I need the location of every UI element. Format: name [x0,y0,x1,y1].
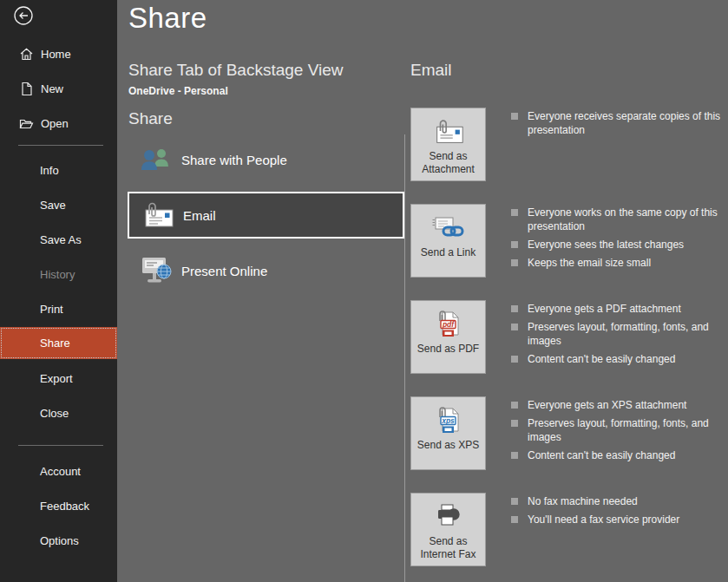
new-document-icon [19,82,34,96]
send-as-pdf-bullets: Everyone gets a PDF attachment Preserves… [511,302,728,370]
share-with-people-icon [138,143,174,176]
email-panel-heading: Email [410,61,452,80]
send-as-xps-bullets: Everyone gets an XPS attachment Preserve… [511,398,728,467]
sidebar-item-label: Export [40,372,73,385]
sidebar-item-save[interactable]: Save [0,194,117,215]
sidebar-item-export[interactable]: Export [0,368,117,389]
send-attachment-icon [431,116,466,147]
send-pdf-icon: pdf [433,309,464,340]
sidebar-item-label: Save As [40,233,82,246]
bullet-item: No fax machine needed [511,494,728,508]
option-share-with-people[interactable]: Share with People [128,141,404,179]
sidebar-item-label: Close [40,407,69,420]
sidebar-item-label: Print [40,303,63,316]
option-email[interactable]: Email [128,192,404,239]
main-content: Share Share Tab of Backstage View OneDri… [117,0,728,582]
bullet-square-icon [511,113,518,120]
sidebar-item-home[interactable]: Home [0,43,117,64]
send-link-icon [431,213,466,244]
present-online-icon [138,254,174,287]
send-fax-icon [433,501,464,533]
bullet-square-icon [511,420,518,427]
sidebar-item-info[interactable]: Info [0,160,117,180]
option-present-online[interactable]: Present Online [128,252,404,290]
bullet-square-icon [511,516,518,523]
sidebar-item-close[interactable]: Close [0,402,117,423]
sidebar-item-save-as[interactable]: Save As [0,229,117,250]
send-as-attachment-bullets: Everyone receives separate copies of thi… [511,109,728,141]
sidebar-item-label: Open [41,117,69,130]
sidebar-item-label: Options [40,534,79,547]
bullet-item: You'll need a fax service provider [511,513,728,526]
sidebar-item-feedback[interactable]: Feedback [0,495,117,516]
bullet-item: Content can't be easily changed [511,352,728,366]
bullet-item: Preserves layout, formatting, fonts, and… [511,416,728,444]
bullet-item: Everyone works on the same copy of this … [511,206,728,233]
bullet-item: Everyone gets an XPS attachment [511,398,728,412]
send-as-internet-fax-button[interactable]: Send as Internet Fax [410,493,486,566]
bullet-square-icon [511,241,518,248]
send-as-xps-button[interactable]: xps Send as XPS [410,396,486,470]
bullet-square-icon [511,498,518,505]
bullet-square-icon [511,324,518,330]
send-xps-icon: xps [433,405,464,436]
sidebar-item-label: Feedback [40,500,89,513]
bullet-square-icon [511,452,518,459]
sidebar: Home New Open Info Save S [0,0,117,582]
send-as-pdf-button[interactable]: pdf Send as PDF [410,300,486,374]
bullet-item: Everyone gets a PDF attachment [511,302,728,316]
sidebar-item-label: Info [40,164,59,177]
open-folder-icon [19,116,34,131]
sidebar-item-open[interactable]: Open [0,113,117,134]
sidebar-item-account[interactable]: Account [0,461,117,481]
sidebar-item-label: New [41,82,63,95]
option-label: Share with People [181,153,287,167]
sidebar-item-label: Account [40,465,81,478]
document-title: Share Tab of Backstage View [128,61,344,80]
action-button-label: Send a Link [416,246,481,259]
bullet-square-icon [511,402,518,409]
bullet-square-icon [511,259,518,266]
bullet-item: Keeps the email size small [511,256,728,270]
send-a-link-bullets: Everyone works on the same copy of this … [511,206,728,274]
action-button-label: Send as Internet Fax [411,535,485,561]
sidebar-item-label: Save [40,199,66,212]
send-a-link-button[interactable]: Send a Link [410,204,486,278]
backstage-view: Home New Open Info Save S [0,0,728,582]
svg-text:pdf: pdf [441,320,454,329]
bullet-square-icon [511,209,518,216]
sidebar-item-options[interactable]: Options [0,530,117,551]
option-label: Email [183,208,216,223]
back-arrow-icon [13,5,34,26]
bullet-square-icon [511,305,518,312]
sidebar-item-new[interactable]: New [0,78,117,99]
document-location: OneDrive - Personal [128,85,228,97]
bullet-item: Everyone sees the latest changes [511,238,728,252]
sidebar-divider [18,145,103,146]
page-title: Share [128,2,207,35]
bullet-item: Content can't be easily changed [511,448,728,462]
bullet-square-icon [511,356,518,363]
sidebar-item-label: History [40,268,75,281]
sidebar-item-print[interactable]: Print [0,298,117,319]
send-as-attachment-button[interactable]: Send as Attachment [410,108,486,181]
back-button[interactable] [13,5,34,26]
home-icon [19,47,34,62]
option-label: Present Online [181,264,267,278]
sidebar-divider [18,445,103,446]
sidebar-item-share[interactable]: Share [0,327,117,359]
vertical-divider [404,134,405,582]
bullet-item: Everyone receives separate copies of thi… [511,109,728,137]
sidebar-item-label: Home [41,48,71,61]
send-as-internet-fax-bullets: No fax machine needed You'll need a fax … [511,494,728,531]
sidebar-item-label: Share [40,337,70,350]
action-button-label: Send as PDF [412,343,484,356]
action-button-label: Send as Attachment [411,150,485,176]
share-section-heading: Share [128,109,173,128]
action-button-label: Send as XPS [412,439,484,452]
svg-text:xps: xps [441,416,455,425]
sidebar-item-history: History [0,264,117,284]
bullet-item: Preserves layout, formatting, fonts, and… [511,320,728,348]
email-icon [140,199,176,232]
